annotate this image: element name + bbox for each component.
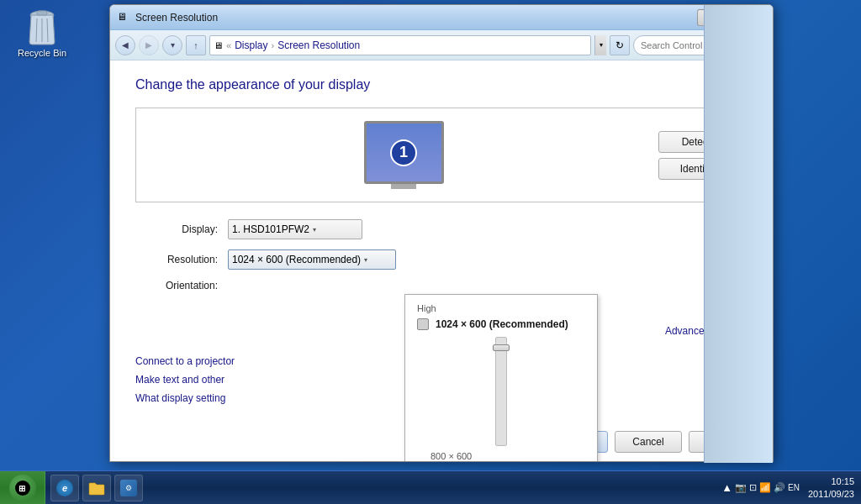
taskbar-tray: ▲ 📷 ⊡ 📶 🔊 EN 10:15 2011/09/23 <box>715 475 861 500</box>
start-button[interactable]: ⊞ <box>0 471 45 505</box>
connect-projector-link[interactable]: Connect to a projector <box>135 355 235 367</box>
right-panel <box>704 5 773 463</box>
resolution-control: 861 × 504 (Recommended) ▾ <box>228 249 396 270</box>
address-screen-res[interactable]: Screen Resolution <box>277 39 360 51</box>
window-title: Screen Resolution <box>135 12 697 24</box>
svg-rect-4 <box>37 11 47 15</box>
screen-resolution-window: 🖥 Screen Resolution ─ □ ✕ ◀ ▶ ▾ ↑ 🖥 « Di… <box>109 4 774 462</box>
dropdown-800-label: 800 × 600 <box>405 449 597 461</box>
taskbar-clock[interactable]: 10:15 2011/09/23 <box>808 475 854 500</box>
taskbar: ⊞ e ⚙ <box>0 470 861 504</box>
tray-arrow-icon[interactable]: ▲ <box>721 481 732 494</box>
recycle-bin-image <box>25 8 59 45</box>
dropdown-selected-row[interactable]: 861 × 504 (Recommended) <box>405 315 597 333</box>
resolution-select[interactable]: 861 × 504 (Recommended) ▾ <box>228 249 396 270</box>
page-title: Change the appearance of your display <box>135 77 747 92</box>
recycle-bin-label: Recycle Bin <box>18 48 66 58</box>
monitor-container: 1 <box>149 121 658 189</box>
tray-volume-icon[interactable]: 🔊 <box>774 482 785 493</box>
monitor-image: 1 <box>364 121 444 184</box>
orientation-row: Orientation: <box>135 280 747 291</box>
window-icon: 🖥 <box>117 11 130 24</box>
resolution-select-value: 861 × 504 (Recommended) <box>232 254 361 265</box>
control-panel-icon: ⚙ <box>120 480 137 496</box>
display-label: Display: <box>135 223 228 235</box>
clock-date: 2011/09/23 <box>808 488 854 500</box>
address-icon: 🖥 <box>214 40 223 50</box>
tray-network-icon[interactable]: ⊡ <box>749 482 757 493</box>
monitor-number: 1 <box>390 139 417 166</box>
address-dropdown-button[interactable]: ▾ <box>594 35 606 55</box>
dropdown-nav-button[interactable]: ▾ <box>162 35 182 55</box>
content-area: Change the appearance of your display 1 … <box>110 60 773 461</box>
resolution-label: Resolution: <box>135 254 228 265</box>
display-row: Display: 1. HSD101PFW2 ▾ <box>135 219 747 239</box>
tray-camera-icon[interactable]: 📷 <box>735 482 747 493</box>
slider-track-container <box>405 337 597 446</box>
address-sep1: « <box>226 40 231 50</box>
orientation-label: Orientation: <box>135 280 228 291</box>
dropdown-selected-text: 861 × 504 (Recommended) <box>436 318 568 330</box>
resolution-row: Resolution: 861 × 504 (Recommended) ▾ <box>135 249 747 270</box>
bottom-links: Connect to a projector Make text and oth… <box>135 355 235 411</box>
start-orb: ⊞ <box>9 475 36 501</box>
resolution-dropdown-popup: High 861 × 504 (Recommended) 800 × 600 … <box>404 294 598 461</box>
make-text-link[interactable]: Make text and other <box>135 374 235 386</box>
back-button[interactable]: ◀ <box>115 35 135 55</box>
up-button[interactable]: ↑ <box>186 35 206 55</box>
monitor-stand <box>391 184 416 189</box>
title-bar: 🖥 Screen Resolution ─ □ ✕ <box>110 5 773 30</box>
display-select-arrow: ▾ <box>313 226 316 234</box>
taskbar-ie[interactable]: e <box>50 475 79 501</box>
desktop: Recycle Bin 🖥 Screen Resolution ─ □ ✕ ◀ … <box>0 0 861 504</box>
slider-thumb[interactable] <box>493 344 510 351</box>
taskbar-control-panel[interactable]: ⚙ <box>114 475 143 501</box>
cancel-button[interactable]: Cancel <box>615 431 682 453</box>
display-control: 1. HSD101PFW2 ▾ <box>228 219 362 239</box>
resolution-select-arrow: ▾ <box>364 256 367 264</box>
slider-track[interactable] <box>495 337 507 446</box>
slider-thumb-icon <box>417 318 429 330</box>
display-select[interactable]: 1. HSD101PFW2 ▾ <box>228 219 362 239</box>
clock-time: 10:15 <box>808 475 854 487</box>
tray-signal-icon[interactable]: 📶 <box>759 482 771 493</box>
display-preview: 1 Detect Identify <box>135 108 747 202</box>
navigation-bar: ◀ ▶ ▾ ↑ 🖥 « Display › Screen Resolution … <box>110 30 773 60</box>
dropdown-high-label: High <box>405 302 597 315</box>
forward-button[interactable]: ▶ <box>139 35 159 55</box>
refresh-button[interactable]: ↻ <box>610 35 630 55</box>
address-display[interactable]: Display <box>235 39 267 51</box>
tray-icons: ▲ 📷 ⊡ 📶 🔊 EN <box>721 481 800 494</box>
address-chevron: › <box>271 40 274 50</box>
recycle-bin-icon[interactable]: Recycle Bin <box>13 8 71 58</box>
taskbar-folder[interactable] <box>82 475 111 501</box>
tray-lang-icon[interactable]: EN <box>788 483 800 492</box>
display-select-value: 1. HSD101PFW2 <box>232 223 309 235</box>
display-settings-link[interactable]: What display setting <box>135 392 235 404</box>
taskbar-items: e ⚙ <box>45 475 715 501</box>
ie-icon: e <box>56 480 73 496</box>
svg-text:⊞: ⊞ <box>18 484 25 493</box>
folder-icon <box>88 480 105 496</box>
address-bar: 🖥 « Display › Screen Resolution <box>209 35 591 55</box>
